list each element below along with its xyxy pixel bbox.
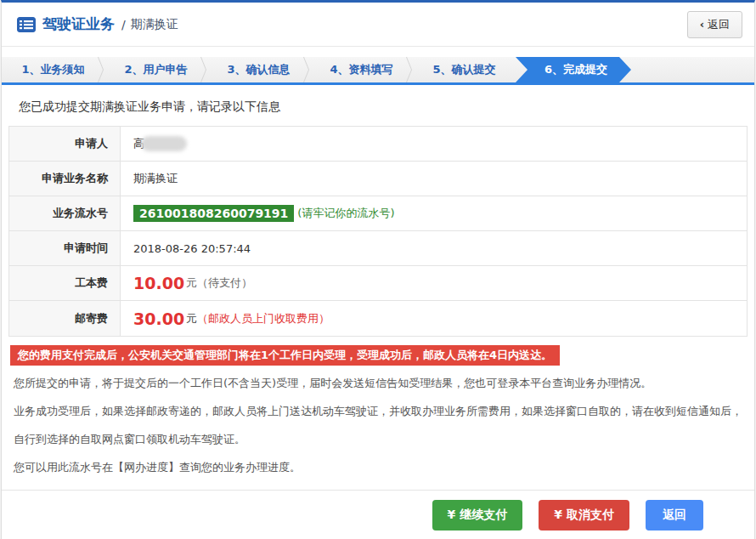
breadcrumb-current: 期满换证 (131, 17, 178, 32)
notice-paragraph-3: 您可以用此流水号在【网办进度】查询您的业务办理进度。 (14, 453, 742, 481)
cancel-pay-button[interactable]: ¥ 取消支付 (539, 500, 629, 530)
notice-paragraph-1: 您所提交的申请，将于提交后的一个工作日(不含当天)受理，届时会发送短信告知受理结… (14, 369, 742, 397)
serial-number-note: (请牢记你的流水号) (297, 206, 394, 221)
step-6-complete-submit[interactable]: 6、完成提交 (516, 57, 631, 82)
serial-number-value: 261001808260079191 (请牢记你的流水号) (121, 196, 747, 230)
page-container: 驾驶证业务 / 期满换证 ‹返回 1、业务须知 2、用户申告 3、确认信息 4、… (1, 0, 755, 539)
application-info-table: 申请人 高 申请业务名称 期满换证 业务流水号 2610018082600791… (8, 126, 748, 337)
table-row-production-fee: 工本费 10.00 元（待支付） (9, 266, 747, 301)
postage-fee-unit: 元 (186, 311, 197, 326)
business-name-label: 申请业务名称 (9, 162, 121, 196)
back-button-top-label: 返回 (708, 18, 730, 31)
production-fee-amount: 10.00 (133, 274, 184, 292)
serial-number-badge: 261001808260079191 (133, 205, 294, 222)
step-3-confirm-info[interactable]: 3、确认信息 (207, 57, 310, 82)
table-row-applicant: 申请人 高 (9, 127, 747, 162)
step-4-fill-data[interactable]: 4、资料填写 (310, 57, 413, 82)
table-row-postage-fee: 邮寄费 30.00 元 （邮政人员上门收取费用） (9, 301, 747, 336)
step-wizard: 1、业务须知 2、用户申告 3、确认信息 4、资料填写 5、确认提交 6、完成提… (2, 57, 754, 85)
alert-banner-wrap: 您的费用支付完成后，公安机关交通管理部门将在1个工作日内受理，受理成功后，邮政人… (2, 337, 754, 366)
license-list-icon (17, 17, 36, 32)
continue-pay-button[interactable]: ¥ 继续支付 (432, 500, 523, 530)
chevron-left-icon: ‹ (700, 18, 704, 31)
success-message: 您已成功提交期满换证业务申请，请记录以下信息 (19, 99, 754, 115)
postage-fee-value: 30.00 元 （邮政人员上门收取费用） (121, 301, 747, 336)
business-name-value: 期满换证 (121, 162, 747, 196)
apply-time-value: 2018-08-26 20:57:44 (121, 231, 747, 265)
table-row-apply-time: 申请时间 2018-08-26 20:57:44 (9, 231, 747, 266)
notice-paragraph-2: 业务成功受理后，如果选择邮政寄递的，邮政人员将上门送达机动车驾驶证，并收取办理业… (14, 397, 742, 453)
step-5-confirm-submit[interactable]: 5、确认提交 (413, 57, 516, 82)
postage-fee-amount: 30.00 (133, 309, 184, 328)
action-button-bar: ¥ 继续支付 ¥ 取消支付 返回 (2, 490, 754, 539)
notice-paragraphs: 您所提交的申请，将于提交后的一个工作日(不含当天)受理，届时会发送短信告知受理结… (14, 369, 742, 481)
table-row-business-name: 申请业务名称 期满换证 (9, 162, 747, 196)
breadcrumb-separator: / (121, 18, 126, 31)
applicant-value: 高 (121, 127, 747, 161)
production-fee-status: 元（待支付） (186, 275, 252, 291)
page-title: 驾驶证业务 (42, 14, 115, 34)
step-2-user-declaration[interactable]: 2、用户申告 (104, 57, 207, 82)
serial-number-label: 业务流水号 (9, 196, 121, 230)
production-fee-value: 10.00 元（待支付） (121, 266, 747, 300)
back-button-top[interactable]: ‹返回 (687, 11, 742, 38)
table-row-serial-number: 业务流水号 261001808260079191 (请牢记你的流水号) (9, 196, 747, 231)
redacted-name-blur (141, 136, 187, 151)
production-fee-label: 工本费 (9, 266, 121, 300)
step-1-business-notice[interactable]: 1、业务须知 (2, 57, 104, 82)
apply-time-label: 申请时间 (9, 231, 121, 265)
postage-fee-label: 邮寄费 (9, 301, 121, 336)
payment-alert-banner: 您的费用支付完成后，公安机关交通管理部门将在1个工作日内受理，受理成功后，邮政人… (10, 345, 560, 366)
page-header: 驾驶证业务 / 期满换证 ‹返回 (2, 3, 754, 47)
back-button-bottom[interactable]: 返回 (646, 500, 703, 530)
applicant-label: 申请人 (9, 127, 121, 161)
postage-fee-note: （邮政人员上门收取费用） (197, 311, 330, 326)
